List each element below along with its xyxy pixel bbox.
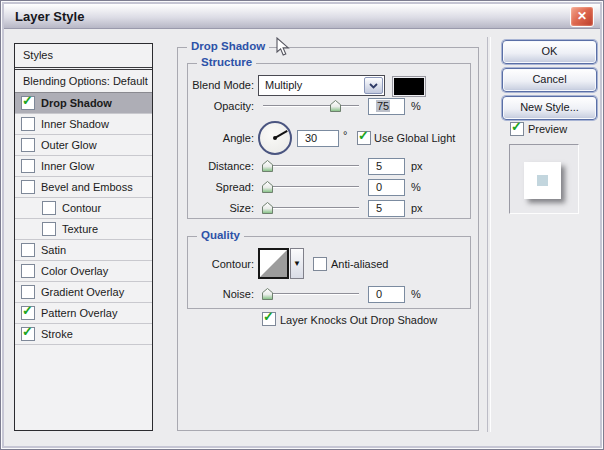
sidebar-item-pattern-overlay[interactable]: Pattern Overlay xyxy=(15,303,152,324)
checkbox-icon[interactable] xyxy=(21,159,35,173)
size-slider[interactable] xyxy=(263,202,359,214)
sidebar-item-label: Stroke xyxy=(41,328,73,340)
styles-list: Styles Blending Options: Default Drop Sh… xyxy=(14,43,153,431)
style-preview-thumbnail xyxy=(509,144,579,214)
chevron-down-icon[interactable] xyxy=(364,77,383,94)
distance-label: Distance: xyxy=(134,160,254,172)
checkbox-icon[interactable] xyxy=(21,117,35,131)
window-title: Layer Style xyxy=(15,9,84,24)
slider-track xyxy=(263,293,359,295)
contour-label: Contour: xyxy=(134,258,254,270)
sidebar-item-label: Texture xyxy=(62,223,98,235)
checkbox-icon[interactable] xyxy=(21,285,35,299)
structure-legend: Structure xyxy=(197,56,256,68)
blend-mode-value: Multiply xyxy=(265,79,302,91)
contour-dropdown-icon[interactable]: ▼ xyxy=(290,248,304,279)
contour-thumbnail[interactable] xyxy=(258,248,289,279)
slider-thumb-icon[interactable] xyxy=(262,160,273,172)
sidebar-item-label: Satin xyxy=(41,244,66,256)
anti-aliased-label: Anti-aliased xyxy=(331,258,388,270)
checkbox-icon[interactable] xyxy=(21,180,35,194)
checkbox-icon[interactable] xyxy=(21,138,35,152)
sidebar-item-label: Inner Glow xyxy=(41,160,94,172)
sidebar-item-outer-glow[interactable]: Outer Glow xyxy=(15,135,152,156)
angle-center-dot-icon xyxy=(273,136,277,140)
size-input[interactable]: 5 xyxy=(368,200,405,217)
slider-track xyxy=(263,186,359,188)
angle-unit: ° xyxy=(343,129,347,141)
sidebar-item-label: Color Overlay xyxy=(41,265,108,277)
layer-style-dialog: Layer Style ✕ Styles Blending Options: D… xyxy=(0,0,604,450)
anti-aliased-checkbox[interactable] xyxy=(313,257,327,271)
sidebar-item-inner-glow[interactable]: Inner Glow xyxy=(15,156,152,177)
checkbox-icon[interactable] xyxy=(21,264,35,278)
angle-dial[interactable] xyxy=(258,121,292,155)
sidebar-item-blending-options[interactable]: Blending Options: Default xyxy=(15,70,152,93)
slider-thumb-icon[interactable] xyxy=(262,202,273,214)
blend-mode-select[interactable]: Multiply xyxy=(258,75,385,96)
distance-slider[interactable] xyxy=(263,160,359,172)
checkbox-icon[interactable] xyxy=(21,327,35,341)
cancel-button[interactable]: Cancel xyxy=(502,68,597,92)
sidebar-item-gradient-overlay[interactable]: Gradient Overlay xyxy=(15,282,152,303)
sidebar-item-drop-shadow[interactable]: Drop Shadow xyxy=(15,93,152,114)
title-bar[interactable]: Layer Style ✕ xyxy=(4,4,600,29)
sidebar-item-label: Contour xyxy=(62,202,101,214)
slider-thumb-icon[interactable] xyxy=(262,181,273,193)
angle-label: Angle: xyxy=(134,132,254,144)
spread-slider[interactable] xyxy=(263,181,359,193)
use-global-light-checkbox[interactable] xyxy=(357,131,371,145)
preview-inner-square xyxy=(537,175,548,186)
sidebar-item-label: Outer Glow xyxy=(41,139,97,151)
new-style-button[interactable]: New Style... xyxy=(502,96,597,120)
noise-label: Noise: xyxy=(134,288,254,300)
use-global-light-label: Use Global Light xyxy=(374,132,455,144)
slider-track xyxy=(263,207,359,209)
opacity-label: Opacity: xyxy=(134,100,254,112)
distance-input[interactable]: 5 xyxy=(368,158,405,175)
preview-label: Preview xyxy=(528,123,567,135)
noise-unit: % xyxy=(411,288,421,300)
preview-layer-square xyxy=(524,162,561,199)
noise-slider[interactable] xyxy=(263,288,359,300)
distance-unit: px xyxy=(411,160,423,172)
sidebar-item-label: Bevel and Emboss xyxy=(41,181,133,193)
checkbox-icon[interactable] xyxy=(21,306,35,320)
spread-input[interactable]: 0 xyxy=(368,179,405,196)
sidebar-item-contour[interactable]: Contour xyxy=(15,198,152,219)
spread-unit: % xyxy=(411,181,421,193)
sidebar-item-texture[interactable]: Texture xyxy=(15,219,152,240)
size-unit: px xyxy=(411,202,423,214)
mouse-cursor-icon xyxy=(276,37,290,57)
checkbox-icon[interactable] xyxy=(42,222,56,236)
checkbox-icon[interactable] xyxy=(42,201,56,215)
angle-input[interactable]: 30 xyxy=(297,130,339,147)
shadow-color-swatch[interactable] xyxy=(393,77,425,96)
sidebar-item-bevel-and-emboss[interactable]: Bevel and Emboss xyxy=(15,177,152,198)
quality-legend: Quality xyxy=(197,229,244,241)
opacity-unit: % xyxy=(411,100,421,112)
slider-track xyxy=(263,165,359,167)
sidebar-item-satin[interactable]: Satin xyxy=(15,240,152,261)
layer-knocks-out-checkbox[interactable] xyxy=(262,312,276,326)
sidebar-item-color-overlay[interactable]: Color Overlay xyxy=(15,261,152,282)
page-title: Drop Shadow xyxy=(187,40,269,52)
checkbox-icon[interactable] xyxy=(21,243,35,257)
ok-button[interactable]: OK xyxy=(502,40,597,64)
preview-checkbox[interactable] xyxy=(510,122,524,136)
layer-knocks-out-label: Layer Knocks Out Drop Shadow xyxy=(280,314,437,326)
noise-input[interactable]: 0 xyxy=(368,286,405,303)
checkbox-icon[interactable] xyxy=(21,96,35,110)
slider-track xyxy=(263,105,359,107)
blend-mode-label: Blend Mode: xyxy=(134,79,254,91)
close-icon[interactable]: ✕ xyxy=(570,6,594,27)
sidebar-item-label: Inner Shadow xyxy=(41,118,109,130)
panel-divider xyxy=(487,37,491,432)
slider-thumb-icon[interactable] xyxy=(330,100,341,112)
opacity-input[interactable]: 75 xyxy=(368,98,405,115)
opacity-slider[interactable] xyxy=(263,100,359,112)
slider-thumb-icon[interactable] xyxy=(262,288,273,300)
sidebar-item-inner-shadow[interactable]: Inner Shadow xyxy=(15,114,152,135)
sidebar-item-stroke[interactable]: Stroke xyxy=(15,324,152,345)
styles-header[interactable]: Styles xyxy=(15,44,152,70)
